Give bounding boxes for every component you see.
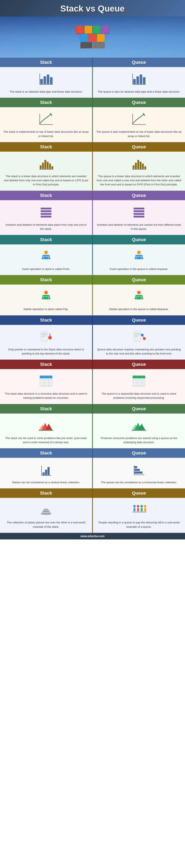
queue-cell-s5: Insert operation in the queue is called … [93,244,185,275]
queue-text-s4: Insertion and deletion of elements are c… [96,223,182,231]
section-label-row-s9: Stack Queue [0,404,185,413]
queue-cell-s2: The queue is also implemented on top of … [93,107,185,142]
svg-rect-6 [133,79,136,84]
svg-rect-44 [44,257,48,259]
svg-rect-102 [135,469,140,471]
svg-point-50 [44,291,48,294]
queue-text-s3: The queue is a linear data structure in … [96,174,182,187]
svg-rect-20 [44,160,46,169]
stack-icon-s6 [38,288,54,305]
queue-cell-s1: The queue is also an abstract data type … [93,67,185,97]
svg-rect-95 [132,430,146,431]
svg-rect-116 [141,508,143,512]
svg-point-111 [133,505,136,507]
queue-cell-s6: Delete operation in the queue is called … [93,284,185,315]
section-label-row-s1: Stack Queue [0,58,185,67]
svg-rect-35 [41,216,51,217]
content-row-s5: Insert operation is stack is called Push… [0,244,185,275]
queue-icon-s9 [131,417,147,434]
stack-cell-s7: Only pointer is maintained in the Stack … [0,325,92,360]
svg-point-117 [144,505,146,507]
queue-icon-s5 [131,248,147,265]
queue-label-s11: Queue [93,488,185,498]
queue-icon-s3 [131,155,147,172]
section-label-row-s7: Stack Queue [0,315,185,325]
svg-rect-26 [135,162,137,169]
svg-rect-39 [134,216,145,217]
svg-rect-118 [144,508,146,512]
stack-cell-s9: The stack can be used to solve problems … [0,413,92,448]
svg-rect-0 [40,79,43,84]
stack-icon-s2 [38,111,54,127]
svg-rect-49 [137,257,141,259]
queue-cell-s3: The queue is a linear data structure in … [93,152,185,190]
queue-text-s2: The queue is also implemented on top of … [96,130,182,138]
stack-icon-s10 [38,462,54,478]
queue-label-s7: Queue [93,315,185,325]
queue-label-s5: Queue [93,235,185,244]
queue-text-s1: The queue is also an abstract data type … [98,90,180,94]
stack-label-s5: Stack [0,235,92,244]
content-row-s6: Delete operation is stack called Pop. De… [0,284,185,315]
svg-point-110 [44,509,49,510]
svg-rect-36 [134,208,145,210]
stack-text-s2: The stack is implemented on top of basic… [3,130,89,138]
svg-rect-61 [41,333,47,334]
page-header: Stack vs Queue [0,0,185,17]
svg-rect-96 [43,472,45,475]
svg-point-40 [44,251,48,254]
stack-icon-s8 [38,373,54,389]
queue-label-s1: Queue [93,58,185,67]
svg-rect-59 [137,297,141,299]
queue-cell-s7: Queue data structure requires maintainin… [93,325,185,360]
stack-text-s10: Stacks can be considered as a vertical l… [12,480,80,485]
svg-point-115 [140,505,143,507]
stack-icon-s11 [38,502,54,518]
svg-rect-7 [137,76,139,84]
queue-text-s9: Producer consumer problems are solved us… [96,436,182,444]
content-row-s11: The collection of plates placed one over… [0,498,185,533]
svg-rect-19 [42,162,44,169]
queue-icon-s10 [131,462,147,478]
queue-icon-s11 [131,502,147,518]
queue-cell-s4: Insertion and deletion of elements are c… [93,200,185,235]
stack-cell-s8: The stack data structure is a recursive … [0,369,92,404]
content-row-s7: Only pointer is maintained in the Stack … [0,325,185,360]
stack-text-s7: Only pointer is maintained in the Stack … [3,347,89,356]
stack-icon-s3 [38,155,54,172]
svg-rect-18 [40,165,41,169]
svg-rect-37 [134,210,145,212]
stack-label-s3: Stack [0,142,92,152]
page-title: Stack vs Queue [2,4,183,13]
stack-cell-s6: Delete operation is stack called Pop. [0,284,92,315]
svg-rect-98 [47,467,50,475]
svg-rect-68 [135,333,140,334]
svg-rect-112 [134,508,136,512]
svg-rect-91 [39,430,53,431]
svg-rect-34 [41,213,51,215]
svg-rect-25 [133,165,135,169]
queue-text-s8: The queue is a sequential data structure… [96,392,182,400]
queue-icon-s4 [131,204,147,220]
svg-point-45 [137,251,141,254]
stack-icon-s9 [38,417,54,434]
stack-text-s8: The stack data structure is a recursive … [3,392,89,400]
queue-cell-s11: People standing in a queue to pay the el… [93,498,185,533]
stack-icon-s1 [38,71,54,87]
queue-text-s10: The queue can be considered as a horizon… [101,480,177,485]
svg-rect-69 [135,335,140,335]
queue-text-s6: Delete operation in the queue is called … [109,307,169,311]
content-row-s3: The stack is a linear data structure in … [0,152,185,191]
stack-label-s10: Stack [0,448,92,458]
stack-cell-s5: Insert operation is stack is called Push… [0,244,92,275]
queue-label-s2: Queue [93,98,185,107]
stack-icon-s4 [38,204,54,220]
svg-rect-9 [143,77,145,84]
footer-url: www.educba.com [80,534,105,538]
section-label-row-s4: Stack Queue [0,191,185,200]
stack-text-s4: Insertion and deletion of elements take … [3,223,89,231]
svg-rect-30 [144,166,146,169]
stack-text-s11: The collection of plates placed one over… [3,521,89,529]
stack-label-s8: Stack [0,360,92,369]
section-label-row-s8: Stack Queue [0,360,185,369]
